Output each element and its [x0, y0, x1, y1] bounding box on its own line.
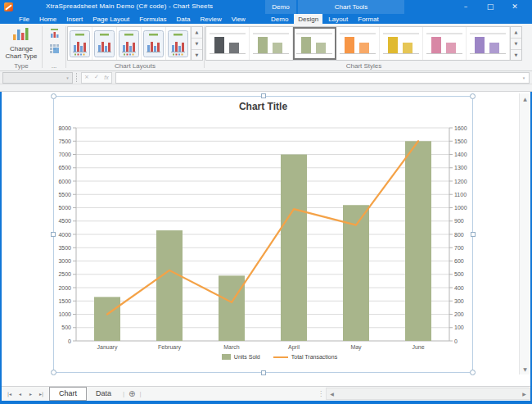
- layout-quick-button[interactable]: [47, 26, 61, 39]
- sheet-tab-chart[interactable]: Chart: [49, 387, 87, 401]
- svg-text:700: 700: [454, 245, 464, 251]
- svg-text:2500: 2500: [58, 271, 71, 277]
- legend-bar-swatch: [222, 354, 231, 360]
- svg-text:6000: 6000: [58, 179, 71, 184]
- tab-page-layout[interactable]: Page Layout: [88, 14, 133, 24]
- chart-legend: Units Sold Total Transactions: [70, 354, 489, 360]
- svg-text:0: 0: [68, 338, 71, 344]
- legend-label-units-sold: Units Sold: [234, 354, 260, 360]
- tab-home[interactable]: Home: [35, 14, 61, 24]
- svg-text:0: 0: [454, 338, 458, 344]
- tab-demo[interactable]: Demo: [267, 14, 292, 24]
- ribbon-group-collapsed: ...: [43, 24, 65, 70]
- group-label-chart-styles: Chart Styles: [205, 62, 522, 70]
- tab-strip-splitter[interactable]: ⋮: [316, 387, 326, 401]
- gallery-more-icon[interactable]: ▼: [511, 50, 521, 61]
- chart-object[interactable]: 0500100015002000250030003500400045005000…: [53, 96, 473, 373]
- chart-plot-svg: 0500100015002000250030003500400045005000…: [54, 97, 472, 372]
- chart-layout-option[interactable]: [166, 27, 191, 60]
- close-button[interactable]: ✕: [503, 0, 527, 14]
- tab-review[interactable]: Review: [196, 14, 225, 24]
- tab-file[interactable]: File: [15, 14, 34, 24]
- gallery-up-icon[interactable]: ▲: [192, 27, 202, 39]
- svg-text:2000: 2000: [58, 285, 71, 291]
- formula-input[interactable]: ▾: [115, 72, 530, 84]
- gallery-up-icon[interactable]: ▲: [511, 27, 521, 39]
- svg-text:300: 300: [454, 298, 464, 304]
- chart-style-option[interactable]: [467, 27, 510, 60]
- gallery-scroll-buttons: ▲ ▼ ▼: [510, 27, 521, 60]
- ribbon: Change Chart Type Type: [0, 24, 532, 71]
- chart-title: Chart Title: [54, 101, 472, 112]
- chart-sheet-canvas[interactable]: 0500100015002000250030003500400045005000…: [2, 92, 530, 386]
- tab-design[interactable]: Design: [294, 14, 322, 24]
- name-box-dropdown-icon[interactable]: ▾: [63, 75, 72, 80]
- prev-sheet-icon[interactable]: ◂: [15, 391, 25, 397]
- svg-text:500: 500: [61, 325, 71, 330]
- chart-style-option[interactable]: [380, 27, 423, 60]
- maximize-button[interactable]: □: [478, 0, 503, 14]
- app-icon: [4, 2, 13, 11]
- svg-text:4500: 4500: [58, 218, 71, 224]
- horizontal-scrollbar[interactable]: ◀ ▶: [326, 388, 530, 400]
- chart-layout-option[interactable]: [142, 27, 166, 60]
- svg-text:1000: 1000: [454, 205, 467, 211]
- scroll-up-icon[interactable]: ▲: [520, 93, 530, 104]
- ribbon-tab-row: File Home Insert Page Layout Formulas Da…: [0, 14, 532, 24]
- insert-function-icon[interactable]: fx: [101, 73, 111, 82]
- chart-style-option[interactable]: [423, 27, 467, 60]
- grid-quick-button[interactable]: [47, 42, 61, 55]
- gallery-more-icon[interactable]: ▼: [192, 50, 202, 61]
- group-separator: [65, 26, 66, 68]
- scroll-down-icon[interactable]: ▼: [520, 364, 530, 374]
- gallery-down-icon[interactable]: ▼: [192, 39, 202, 50]
- tab-data[interactable]: Data: [173, 14, 195, 24]
- minimize-button[interactable]: –: [453, 0, 478, 14]
- svg-text:400: 400: [454, 285, 464, 291]
- tab-view[interactable]: View: [228, 14, 250, 24]
- chart-styles-gallery: ▲ ▼ ▼: [205, 26, 522, 61]
- change-chart-type-button[interactable]: Change Chart Type: [3, 26, 39, 60]
- tab-insert[interactable]: Insert: [62, 14, 87, 24]
- chart-style-option[interactable]: [293, 27, 336, 60]
- chart-layout-option[interactable]: [92, 27, 117, 60]
- svg-text:1000: 1000: [58, 311, 71, 317]
- chart-style-option[interactable]: [206, 27, 250, 60]
- group-label-type: Type: [2, 62, 41, 70]
- last-sheet-icon[interactable]: ▸|: [36, 391, 47, 397]
- tab-format[interactable]: Format: [354, 14, 382, 24]
- chart-layout-option[interactable]: [68, 27, 92, 60]
- horizontal-scroll-track[interactable]: [337, 388, 519, 399]
- svg-text:800: 800: [454, 232, 464, 238]
- chart-style-option[interactable]: [250, 27, 293, 60]
- sheet-tab-bar: |◂ ◂ ▸ ▸| Chart Data | ⊕ | ⋮ ◀ ▶: [2, 386, 530, 401]
- enter-formula-icon[interactable]: ✓: [92, 73, 101, 82]
- tab-formulas[interactable]: Formulas: [135, 14, 170, 24]
- chart-style-option[interactable]: [336, 27, 380, 60]
- formula-expand-icon[interactable]: ▾: [519, 75, 529, 80]
- change-chart-type-label: Change Chart Type: [3, 45, 39, 60]
- vertical-scrollbar[interactable]: ▲ ▼: [519, 93, 530, 374]
- add-sheet-icon[interactable]: ⊕: [127, 387, 137, 401]
- horizontal-splitter[interactable]: ·····: [0, 84, 532, 92]
- chart-layout-option[interactable]: [117, 27, 142, 60]
- first-sheet-icon[interactable]: |◂: [4, 391, 15, 397]
- legend-line-swatch: [273, 356, 288, 358]
- name-box[interactable]: ▾: [2, 72, 73, 84]
- svg-text:1100: 1100: [454, 192, 467, 197]
- cancel-formula-icon[interactable]: ×: [82, 73, 92, 82]
- gallery-down-icon[interactable]: ▼: [511, 39, 521, 50]
- svg-text:4000: 4000: [58, 232, 71, 238]
- scroll-left-icon[interactable]: ◀: [327, 391, 337, 397]
- svg-text:5000: 5000: [58, 205, 71, 211]
- svg-text:200: 200: [454, 311, 464, 317]
- sheet-tab-data[interactable]: Data: [87, 387, 120, 401]
- scroll-right-icon[interactable]: ▶: [519, 391, 530, 397]
- svg-text:1500: 1500: [454, 138, 467, 144]
- chart-styles-items: [206, 27, 510, 60]
- svg-text:3000: 3000: [58, 258, 71, 264]
- formula-bar-separator: [76, 73, 78, 82]
- next-sheet-icon[interactable]: ▸: [25, 391, 36, 397]
- tab-layout[interactable]: Layout: [324, 14, 352, 24]
- group-separator: [42, 26, 43, 68]
